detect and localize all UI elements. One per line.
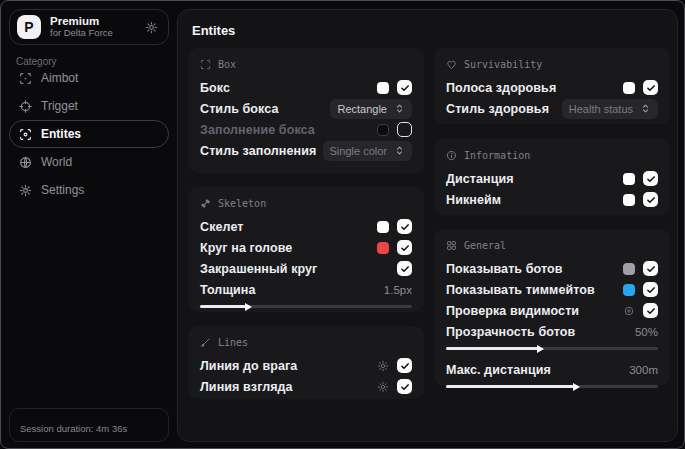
fill-style-dropdown[interactable]: Single color: [323, 141, 412, 161]
setting-row: Никнейм: [446, 189, 658, 210]
gear-icon[interactable]: [377, 360, 389, 372]
checkbox[interactable]: [397, 240, 412, 255]
panel-skeleton: Skeleton Скелет Круг на голове Закрашенн…: [188, 187, 424, 312]
color-swatch[interactable]: [623, 82, 635, 94]
crosshair-icon: [19, 100, 32, 113]
panel-header-label: Survivability: [464, 59, 542, 70]
panel-general: General Показывать ботов Показывать тимм…: [434, 229, 670, 386]
check-icon: [646, 195, 656, 205]
heart-icon: [446, 59, 457, 70]
slider-thumb[interactable]: [537, 345, 544, 353]
session-card: Session duration: 4m 36s: [9, 408, 169, 442]
color-swatch[interactable]: [377, 221, 389, 233]
gear-icon[interactable]: [377, 381, 389, 393]
target-icon[interactable]: [623, 305, 635, 317]
setting-label: Стиль бокса: [200, 102, 279, 116]
row-controls: [623, 171, 658, 186]
page-title: Entites: [192, 23, 235, 38]
row-controls: [377, 122, 412, 137]
panel-box: Box Бокс Стиль бокса Rectangle Заполнени…: [188, 48, 424, 173]
color-swatch[interactable]: [623, 263, 635, 275]
sidebar-item-world[interactable]: World: [9, 148, 169, 176]
setting-row: Линия взгляда: [200, 376, 412, 397]
slider-thumb[interactable]: [573, 383, 580, 391]
check-icon: [400, 361, 410, 371]
checkbox[interactable]: [397, 358, 412, 373]
row-controls: [377, 358, 412, 373]
sidebar-item-settings[interactable]: Settings: [9, 176, 169, 204]
color-swatch[interactable]: [623, 173, 635, 185]
checkbox[interactable]: [643, 261, 658, 276]
sidebar-item-entites[interactable]: Entites: [9, 120, 169, 148]
sidebar-item-trigget[interactable]: Trigget: [9, 92, 169, 120]
line-icon: [200, 337, 211, 348]
checkbox[interactable]: [643, 192, 658, 207]
info-icon: [446, 150, 457, 161]
color-swatch[interactable]: [377, 242, 389, 254]
check-icon: [646, 83, 656, 93]
row-controls: [623, 192, 658, 207]
grid-icon: [446, 240, 457, 251]
checkbox[interactable]: [397, 80, 412, 95]
setting-label: Стиль заполнения: [200, 144, 316, 158]
check-icon: [646, 285, 656, 295]
color-swatch[interactable]: [623, 284, 635, 296]
row-controls: [377, 379, 412, 394]
setting-label: Макс. дистанция: [446, 363, 551, 377]
brand-text: Premium for Delta Force: [50, 15, 136, 39]
health-style-dropdown[interactable]: Health status: [562, 99, 658, 119]
setting-label: Показывать ботов: [446, 262, 563, 276]
panel-header: Skeleton: [200, 196, 412, 211]
sidebar-item-aimbot[interactable]: Aimbot: [9, 64, 169, 92]
sidebar-item-label: Entites: [41, 127, 81, 141]
checkbox[interactable]: [397, 219, 412, 234]
row-controls: [623, 303, 658, 318]
checkbox[interactable]: [397, 261, 412, 276]
setting-label: Бокс: [200, 81, 230, 95]
row-controls: [377, 240, 412, 255]
checkbox[interactable]: [643, 80, 658, 95]
checkbox[interactable]: [397, 379, 412, 394]
check-icon: [400, 264, 410, 274]
sidebar-item-label: Trigget: [41, 99, 78, 113]
setting-label: Стиль здоровья: [446, 102, 549, 116]
setting-row: Стиль здоровья Health status: [446, 98, 658, 119]
color-swatch[interactable]: [623, 194, 635, 206]
aimbot-icon: [19, 72, 32, 85]
thickness-slider[interactable]: [200, 305, 412, 308]
slider-fill: [446, 385, 575, 388]
setting-row: Стиль заполнения Single color: [200, 140, 412, 161]
color-swatch[interactable]: [377, 82, 389, 94]
checkbox[interactable]: [643, 303, 658, 318]
row-controls: [377, 219, 412, 234]
setting-row: Бокс: [200, 77, 412, 98]
setting-label: Линия взгляда: [200, 380, 293, 394]
checkbox[interactable]: [397, 122, 412, 137]
brand-card: P Premium for Delta Force: [9, 9, 169, 45]
bone-icon: [200, 198, 211, 209]
checkbox[interactable]: [643, 282, 658, 297]
setting-label: Скелет: [200, 220, 244, 234]
sidebar-item-label: World: [41, 155, 72, 169]
dropdown-value: Rectangle: [337, 103, 387, 115]
brand-logo: P: [17, 15, 41, 39]
setting-row: Стиль бокса Rectangle: [200, 98, 412, 119]
max-distance-slider[interactable]: [446, 385, 658, 388]
slider-thumb[interactable]: [245, 303, 252, 311]
bot-opacity-slider[interactable]: [446, 347, 658, 350]
check-icon: [400, 83, 410, 93]
setting-label: Линия до врага: [200, 359, 297, 373]
check-icon: [646, 264, 656, 274]
setting-label: Заполнение бокса: [200, 123, 315, 137]
color-swatch[interactable]: [377, 124, 389, 136]
gear-icon[interactable]: [145, 21, 158, 34]
box-style-dropdown[interactable]: Rectangle: [330, 99, 412, 119]
scan-eye-icon: [19, 128, 32, 141]
panel-information: Information Дистанция Никнейм: [434, 139, 670, 215]
setting-label: Закрашенный круг: [200, 262, 317, 276]
setting-label: Прозрачность ботов: [446, 325, 575, 339]
app-window: P Premium for Delta Force Category Aimbo…: [0, 0, 685, 449]
sidebar-nav: Aimbot Trigget Entites World Settings: [9, 64, 169, 204]
checkbox[interactable]: [643, 171, 658, 186]
dropdown-value: Single color: [330, 145, 387, 157]
